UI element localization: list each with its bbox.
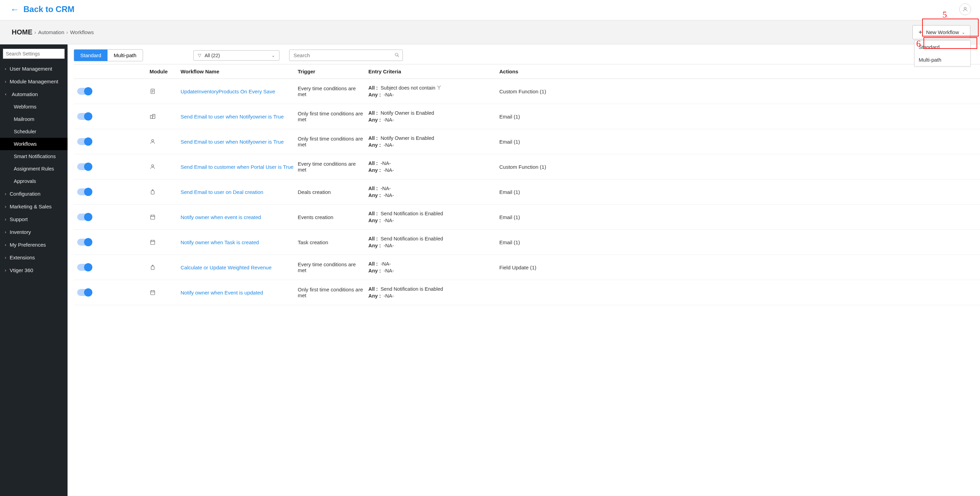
svg-rect-23 [151,291,155,295]
table-row: Calculate or Update Weighted RevenueEver… [74,255,980,280]
dropdown-item-multipath[interactable]: Multi-path [915,53,970,66]
sidebar: ›User Management›Module Management⌄Autom… [0,45,68,496]
workflow-name-link[interactable]: Notify owner when Event is updated [181,290,298,296]
workflow-name-link[interactable]: Send Email to user when Notifyowner is T… [181,139,298,145]
module-icon [150,138,181,145]
sidebar-item-extensions[interactable]: ›Extensions [0,251,68,264]
table-row: Notify owner when Task is createdTask cr… [74,230,980,255]
table-header: Module Workflow Name Trigger Entry Crite… [74,64,980,79]
new-workflow-label: New Workflow [926,29,959,35]
workflow-toggle[interactable] [77,213,92,221]
breadcrumb-level2[interactable]: Workflows [70,29,94,35]
chevron-right-icon: › [35,30,36,35]
workflow-toggle[interactable] [77,113,92,120]
workflow-toggle[interactable] [77,163,92,170]
workflow-criteria: All :Send Notification is EnabledAny :-N… [368,285,479,300]
workflow-criteria: All :Notify Owner is EnabledAny :-NA- [368,109,479,124]
workflow-toggle[interactable] [77,289,92,296]
th-trigger: Trigger [298,68,368,75]
chevron-right-icon: › [5,230,6,235]
workflow-trigger: Deals creation [298,189,368,195]
funnel-icon: ▽ [198,53,201,58]
workflow-name-link[interactable]: Send Email to user when Notifyowner is T… [181,114,298,119]
topbar: ← Back to CRM [0,0,980,20]
new-workflow-button[interactable]: ＋ New Workflow ⌄ Standard Multi-path [912,25,970,39]
chevron-right-icon: › [5,268,6,273]
module-icon [150,264,181,270]
workflow-toggle[interactable] [77,188,92,195]
sidebar-item-inventory[interactable]: ›Inventory [0,226,68,238]
sidebar-item-my-preferences[interactable]: ›My Preferences [0,238,68,251]
workflow-criteria: All :Send Notification is EnabledAny :-N… [368,235,479,250]
workflow-name-link[interactable]: Send Email to customer when Portal User … [181,164,298,170]
workflow-toggle[interactable] [77,239,92,246]
workflow-toggle[interactable] [77,88,92,95]
workflow-toggle[interactable] [77,138,92,145]
workflow-name-link[interactable]: Notify owner when Task is created [181,239,298,245]
chevron-right-icon: › [67,30,68,35]
view-segmented-control: Standard Multi-path [74,49,143,61]
workflow-table: Module Workflow Name Trigger Entry Crite… [74,64,980,305]
workflow-name-link[interactable]: UpdateInventoryProducts On Every Save [181,89,298,94]
workflow-actions: Custom Function (1) [479,89,980,94]
th-criteria: Entry Criteria [368,68,479,75]
workflow-name-link[interactable]: Send Email to user on Deal creation [181,189,298,195]
sidebar-subitem-webforms[interactable]: Webforms [0,100,68,113]
sidebar-item-vtiger-360[interactable]: ›Vtiger 360 [0,264,68,277]
sidebar-item-label: User Management [10,66,52,72]
workflow-criteria: All :-NA-Any :-NA- [368,260,479,275]
seg-standard[interactable]: Standard [74,49,108,61]
chevron-down-icon: ⌄ [272,53,275,58]
sidebar-subitem-scheduler[interactable]: Scheduler [0,126,68,138]
workflow-name-link[interactable]: Calculate or Update Weighted Revenue [181,264,298,270]
chevron-right-icon: › [5,67,6,71]
workflow-trigger: Every time conditions are met [298,161,368,173]
table-row: Notify owner when Event is updatedOnly f… [74,280,980,305]
breadcrumb-bar: HOME › Automation › Workflows ＋ New Work… [0,20,980,45]
search-input[interactable] [289,49,403,61]
sidebar-item-label: Configuration [10,191,40,197]
workflow-toggle[interactable] [77,264,92,271]
breadcrumb-level1[interactable]: Automation [38,29,64,35]
sidebar-item-module-management[interactable]: ›Module Management [0,75,68,88]
workflow-criteria: All :Send Notification is EnabledAny :-N… [368,210,479,224]
sidebar-item-configuration[interactable]: ›Configuration [0,188,68,200]
workflow-criteria: All :Subject does not contain `!`Any :-N… [368,84,479,99]
sidebar-subitem-mailroom[interactable]: Mailroom [0,113,68,126]
module-icon [150,113,181,119]
svg-rect-7 [150,115,152,119]
workflow-trigger: Every time conditions are met [298,86,368,97]
module-icon [150,189,181,195]
workflow-actions: Field Update (1) [479,264,980,270]
breadcrumb-home[interactable]: HOME [12,28,32,36]
sidebar-item-automation[interactable]: ⌄Automation [0,88,68,100]
module-icon [150,214,181,220]
sidebar-subitem-approvals[interactable]: Approvals [0,175,68,188]
svg-point-11 [152,140,154,141]
arrow-left-icon: ← [10,4,19,15]
sidebar-search-input[interactable] [3,49,65,59]
workflow-actions: Email (1) [479,189,980,195]
sidebar-item-marketing-sales[interactable]: ›Marketing & Sales [0,200,68,213]
svg-line-2 [398,56,399,57]
sidebar-subitem-workflows[interactable]: Workflows [0,138,68,150]
workflow-trigger: Only first time conditions are met [298,136,368,148]
sidebar-item-label: My Preferences [10,242,46,248]
filter-dropdown[interactable]: ▽ All (22) ⌄ [193,50,280,60]
workflow-trigger: Events creation [298,214,368,220]
workflow-actions: Email (1) [479,114,980,119]
back-to-crm-link[interactable]: ← Back to CRM [10,4,75,15]
avatar[interactable] [959,3,971,15]
workflow-actions: Email (1) [479,214,980,220]
workflow-name-link[interactable]: Notify owner when event is created [181,214,298,220]
svg-point-0 [964,7,966,9]
sidebar-subitem-assignment-rules[interactable]: Assignment Rules [0,162,68,175]
seg-multipath[interactable]: Multi-path [108,49,143,61]
sidebar-subitem-smart-notifications[interactable]: Smart Notifications [0,150,68,162]
toolbar: Standard Multi-path ▽ All (22) ⌄ [74,49,980,61]
sidebar-item-support[interactable]: ›Support [0,213,68,226]
filter-label: All (22) [205,53,220,58]
sidebar-item-user-management[interactable]: ›User Management [0,62,68,75]
dropdown-item-standard[interactable]: Standard [915,41,970,53]
workflow-trigger: Only first time conditions are met [298,286,368,298]
